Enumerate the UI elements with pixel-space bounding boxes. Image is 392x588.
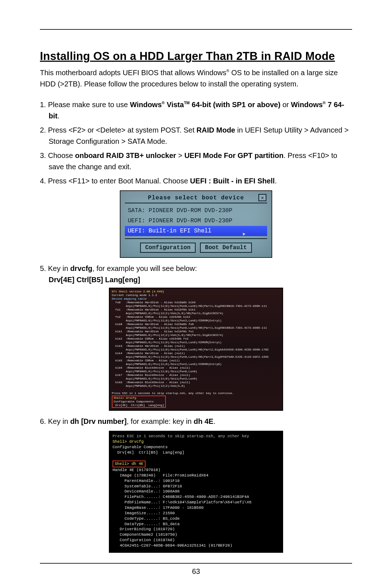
bold: dh 4E [194,417,213,425]
efi-shell-output-2: Press ESC in 1 seconds to skip startup.n… [109,431,283,553]
bold: Vista [165,101,184,109]
step-number: 5. [40,264,48,272]
step-number: 1. [40,101,48,109]
step-number: 2. [40,126,48,134]
tm-mark: TM [184,101,190,105]
step-text: Choose [48,151,75,159]
shell-line: Configurable Components [114,400,154,403]
step-number: 4. [40,177,48,185]
step-text: > [176,151,184,159]
step-text: , for example: key in [127,417,194,425]
steps-list-cont: 5. Key in drvcfg, for example you will s… [40,263,352,274]
reg-mark: ® [226,69,229,73]
bold: onboard RAID 3TB+ unlocker [75,151,176,159]
page-number: 63 [40,567,352,576]
shell-prompt: Shell> drvcfg [113,439,144,444]
step-text: Key in [48,264,70,272]
intro-text-pre: This motherboard adopts UEFI BIOS that a… [40,69,226,77]
screenshot-boot-dialog: Please select boot device ✕ SATA: PIONEE… [40,190,352,258]
shell-line: Press ESC in 1 seconds to skip startup.n… [113,434,249,438]
step-2: 2. Press <F2> or <Delete> at system POST… [40,125,352,147]
document-page: Installing OS on a HDD Larger Than 2TB i… [40,29,352,564]
boot-item-uefi-dvd[interactable]: UEFI: PIONEER DVD-ROM DVD-230P [125,216,267,226]
shell-map: fs0 :Removable HardDisk - Alias hd16a0b … [112,301,269,388]
boot-item-sata[interactable]: SATA: PIONEER DVD-ROM DVD-230P [125,206,267,216]
step-3: 3. Choose onboard RAID 3TB+ unlocker > U… [40,150,352,173]
shell-prompt: Shell> drvcfg [114,396,136,400]
bold: dh [Drv number] [70,417,127,425]
shell-line: Current running mode 1.1.2 [112,293,157,297]
shell-line: Device mapping table [112,297,147,300]
shell-line: Configurable Components [113,445,168,449]
bottom-rule [40,563,352,564]
step-text: . [213,417,216,425]
intro-paragraph: This motherboard adopts UEFI BIOS that a… [40,67,352,90]
bold: RAID Mode [196,126,235,134]
step-5: 5. Key in drvcfg, for example you will s… [40,263,352,274]
step-text: or [281,101,291,109]
screenshot-shell-1: EFI Shell version 2.00 [4.640] Current r… [40,288,352,411]
bold: drvcfg [70,264,92,272]
step-number: 6. [40,417,48,425]
bold: Windows [130,101,162,109]
boot-dialog-title: Please select boot device [148,195,244,201]
steps-list-cont2: 6. Key in dh [Drv number], for example: … [40,416,352,427]
shell-line: Drv[4E] Ctrl[B5] Lang[eng] [113,450,184,455]
step-text: , for example you will see below: [93,264,197,272]
bold: UEFI : Built - in EFI Shell [190,177,275,185]
step-text: . [275,177,277,185]
screenshot-shell-2: Press ESC in 1 seconds to skip startup.n… [40,431,352,553]
cursor-icon: ➤ [242,230,246,239]
bold: 64-bit (with SP1 or above) [190,101,281,109]
reg-mark: ® [162,101,165,105]
configuration-button[interactable]: Configuration [140,243,196,253]
step-6: 6. Key in dh [Drv number], for example: … [40,416,352,427]
steps-list: 1. Please make sure to use Windows® Vist… [40,99,352,187]
top-rule [40,29,352,30]
shell-line: Drv[4E] Ctrl[B5] Lang[eng] [114,404,164,407]
section-title: Installing OS on a HDD Larger Than 2TB i… [40,50,352,63]
shell-line: Press ESC in 1 seconds to skip startup.n… [112,392,234,395]
step-number: 3. [40,151,48,159]
boot-default-button[interactable]: Boot Default [200,243,252,253]
shell-prompt: Shell> dh 4E [115,462,143,466]
boot-dialog: Please select boot device ✕ SATA: PIONEE… [120,190,272,258]
step-1: 1. Please make sure to use Windows® Vist… [40,99,352,122]
efi-shell-output-1: EFI Shell version 2.00 [4.640] Current r… [109,288,283,411]
step-text: Press <F11> to enter Boot Manual. Choose [48,177,190,185]
shell-body: Handle 4E (01797018) Image (178B240) Fil… [113,468,252,548]
shell-line: EFI Shell version 2.00 [4.640] [112,290,164,293]
step-text: Please make sure to use [48,101,130,109]
step-text: Press <F2> or <Delete> at system POST. S… [48,126,196,134]
reg-mark: ® [323,101,326,105]
bold: Windows [291,101,323,109]
drv-output-line: Drv[4E] Ctrl[B5] Lang[eng] [40,276,352,284]
close-icon[interactable]: ✕ [258,194,266,201]
step-4: 4. Press <F11> to enter Boot Manual. Cho… [40,175,352,187]
step-text: Key in [48,417,70,425]
bold: UEFI Mode For GPT partition [184,151,283,159]
step-text: . [57,112,60,120]
